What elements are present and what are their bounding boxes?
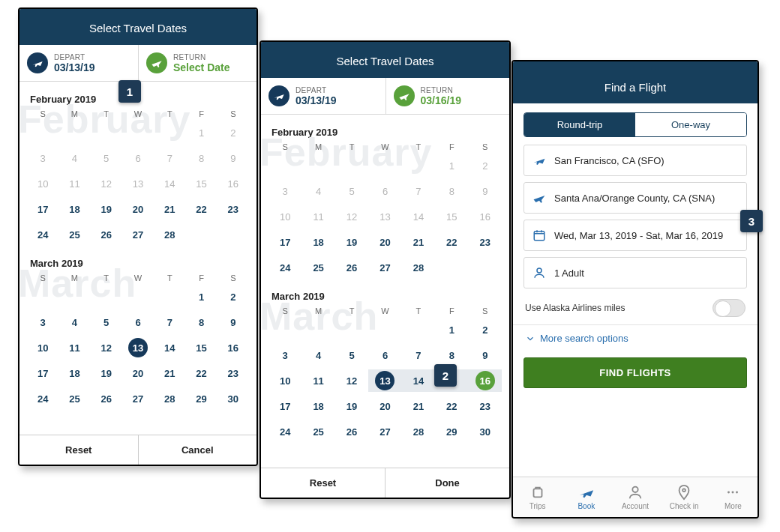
- calendar-day[interactable]: 20: [122, 198, 154, 220]
- calendar-day[interactable]: 28: [154, 223, 185, 246]
- segment-roundtrip[interactable]: Round-trip: [524, 113, 635, 136]
- calendar-day[interactable]: 29: [435, 420, 468, 443]
- calendar-day[interactable]: 9: [218, 311, 249, 333]
- calendar-day[interactable]: 10: [268, 369, 302, 392]
- calendar-day[interactable]: 12: [335, 369, 368, 392]
- use-miles-toggle[interactable]: [712, 299, 746, 317]
- calendar-day[interactable]: 28: [154, 387, 185, 410]
- calendar-day[interactable]: 1: [435, 318, 468, 341]
- calendar-day[interactable]: 22: [185, 198, 217, 220]
- calendar-day[interactable]: 25: [302, 256, 334, 279]
- passengers-field[interactable]: 1 Adult: [524, 257, 747, 288]
- calendar-day[interactable]: 17: [27, 362, 58, 384]
- calendar-day[interactable]: 24: [27, 223, 58, 246]
- calendar-day[interactable]: 18: [58, 198, 90, 220]
- done-button[interactable]: Done: [386, 468, 509, 498]
- calendar-day[interactable]: 22: [185, 362, 217, 384]
- calendar-day[interactable]: 27: [122, 223, 154, 246]
- reset-button[interactable]: Reset: [20, 435, 139, 465]
- calendar-day[interactable]: 27: [368, 420, 401, 443]
- calendar-day[interactable]: 9: [469, 344, 502, 366]
- calendar-day[interactable]: 10: [27, 336, 58, 359]
- calendar-day[interactable]: 3: [268, 344, 302, 366]
- calendar-day[interactable]: 17: [27, 198, 58, 220]
- calendar-day[interactable]: 7: [154, 311, 185, 333]
- calendar-day[interactable]: 21: [154, 198, 185, 220]
- calendar-day[interactable]: 16: [469, 369, 502, 392]
- calendar-day[interactable]: 23: [218, 362, 249, 384]
- calendar-day[interactable]: 25: [302, 420, 334, 443]
- calendar-day[interactable]: 25: [58, 223, 90, 246]
- calendar-day[interactable]: 26: [335, 420, 368, 443]
- calendar-day[interactable]: 23: [218, 198, 249, 220]
- tab-account[interactable]: Account: [610, 477, 659, 517]
- calendar-day[interactable]: 21: [402, 395, 435, 417]
- trip-type-segment[interactable]: Round-trip One-way: [524, 112, 747, 137]
- calendar-day[interactable]: 21: [154, 362, 185, 384]
- calendar-day[interactable]: 15: [185, 336, 217, 359]
- origin-field[interactable]: San Francisco, CA (SFO): [524, 145, 747, 176]
- find-flights-button[interactable]: FIND FLIGHTS: [524, 357, 747, 388]
- calendar-day[interactable]: 26: [91, 223, 122, 246]
- calendar-day[interactable]: 17: [268, 395, 302, 417]
- calendar-day[interactable]: 19: [91, 362, 122, 384]
- calendar-day[interactable]: 14: [402, 369, 435, 392]
- calendar-day[interactable]: 28: [402, 420, 435, 443]
- calendar-day[interactable]: 22: [435, 395, 468, 417]
- calendar-day[interactable]: 18: [58, 362, 90, 384]
- calendar-day[interactable]: 25: [58, 387, 90, 410]
- calendar-day[interactable]: 19: [91, 198, 122, 220]
- calendar-day[interactable]: 30: [218, 387, 249, 410]
- calendar-day[interactable]: 27: [122, 387, 154, 410]
- calendar-day[interactable]: 26: [91, 387, 122, 410]
- calendar-day[interactable]: 28: [402, 256, 435, 279]
- calendar-day[interactable]: 30: [469, 420, 502, 443]
- depart-summary[interactable]: DEPART 03/13/19: [261, 78, 386, 114]
- calendar-day[interactable]: 4: [302, 344, 334, 366]
- calendar-day[interactable]: 11: [302, 369, 334, 392]
- calendar-day[interactable]: 1: [185, 285, 217, 308]
- calendar-day[interactable]: 23: [469, 395, 502, 417]
- calendar-day[interactable]: 6: [122, 311, 154, 333]
- calendar-day[interactable]: 24: [27, 387, 58, 410]
- calendar-day[interactable]: 11: [58, 336, 90, 359]
- more-search-options[interactable]: More search options: [525, 333, 746, 344]
- return-summary[interactable]: RETURN Select Date: [138, 45, 256, 81]
- calendar-day[interactable]: 2: [469, 318, 502, 341]
- calendar-day[interactable]: 7: [402, 344, 435, 366]
- return-summary[interactable]: RETURN 03/16/19: [386, 78, 510, 114]
- destination-field[interactable]: Santa Ana/Orange County, CA (SNA): [524, 182, 747, 214]
- segment-oneway[interactable]: One-way: [635, 113, 746, 136]
- calendar-day[interactable]: 19: [335, 231, 368, 253]
- calendar-day[interactable]: 6: [368, 344, 401, 366]
- reset-button[interactable]: Reset: [261, 468, 386, 498]
- calendar-day[interactable]: 22: [435, 231, 468, 253]
- calendar-day[interactable]: 24: [268, 256, 302, 279]
- calendar-day[interactable]: 5: [91, 311, 122, 333]
- calendar-day[interactable]: 26: [335, 256, 368, 279]
- calendar-day[interactable]: 20: [122, 362, 154, 384]
- calendar-day[interactable]: 23: [469, 231, 502, 253]
- calendar-day[interactable]: 24: [268, 420, 302, 443]
- tab-trips[interactable]: Trips: [513, 477, 562, 517]
- calendar-day[interactable]: 13: [122, 336, 154, 359]
- tab-book[interactable]: Book: [562, 477, 610, 517]
- calendar-day[interactable]: 14: [154, 336, 185, 359]
- calendar-day[interactable]: 21: [402, 231, 435, 253]
- calendar-day[interactable]: 3: [27, 311, 58, 333]
- calendar-day[interactable]: 2: [218, 285, 249, 308]
- calendar-day[interactable]: 8: [185, 311, 217, 333]
- tab-checkin[interactable]: Check in: [660, 477, 709, 517]
- tab-more[interactable]: More: [709, 477, 758, 517]
- cancel-button[interactable]: Cancel: [139, 435, 257, 465]
- calendar-day[interactable]: 4: [58, 311, 90, 333]
- calendar-day[interactable]: 20: [368, 395, 401, 417]
- calendar-day[interactable]: 19: [335, 395, 368, 417]
- calendar-day[interactable]: 27: [368, 256, 401, 279]
- depart-summary[interactable]: DEPART 03/13/19: [20, 45, 138, 81]
- calendar-day[interactable]: 13: [368, 369, 401, 392]
- calendar-day[interactable]: 20: [368, 231, 401, 253]
- dates-field[interactable]: Wed, Mar 13, 2019 - Sat, Mar 16, 2019: [524, 220, 747, 251]
- calendar-day[interactable]: 5: [335, 344, 368, 366]
- calendar-day[interactable]: 8: [435, 344, 468, 366]
